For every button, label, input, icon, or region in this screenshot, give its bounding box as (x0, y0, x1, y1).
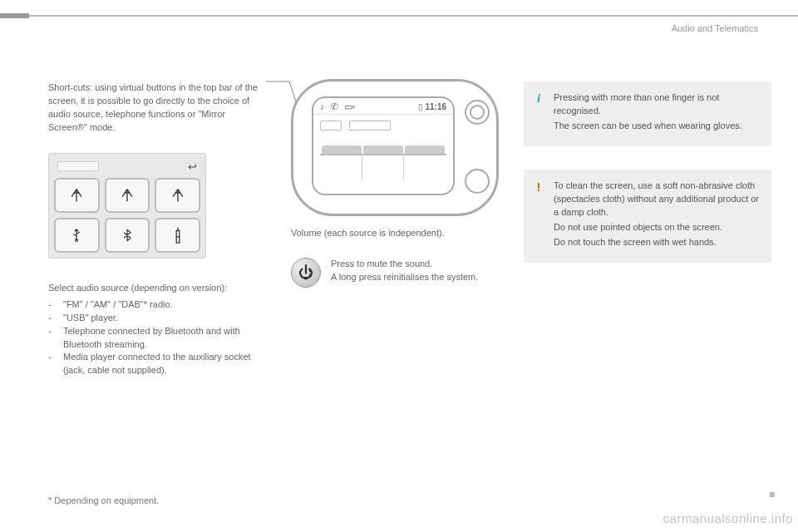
info-icon: i (532, 90, 545, 108)
screen-tab[interactable] (405, 145, 445, 154)
screen-status-bar: ♪ ✆ ▭▫ ▯ 11:16 (313, 98, 453, 115)
source-usb-button[interactable] (54, 218, 100, 253)
mute-row: ⏻ Press to mute the sound. A long press … (291, 258, 507, 288)
mute-line-2: A long press reinitialises the system. (331, 271, 478, 284)
volume-knob[interactable] (465, 100, 490, 125)
list-item: -Media player connected to the auxiliary… (48, 351, 264, 377)
power-button[interactable]: ⏻ (291, 258, 321, 288)
phone-icon[interactable]: ✆ (331, 101, 338, 112)
antenna-icon (68, 186, 85, 204)
warning-icon: ! (532, 178, 545, 196)
screen-cell[interactable] (320, 155, 362, 180)
source-am-button[interactable] (105, 178, 150, 213)
footnote: * Depending on equipment. (48, 495, 159, 505)
panel-tab (57, 161, 99, 171)
list-item-text: Media player connected to the auxiliary … (63, 351, 264, 377)
left-column: Short-cuts: using virtual buttons in the… (48, 81, 264, 377)
clock-readout: 11:16 (425, 102, 446, 111)
battery-icon: ▯ (418, 102, 423, 111)
warn-text-1: To clean the screen, use a soft non-abra… (554, 180, 760, 219)
watermark: carmanualsonline.info (663, 511, 793, 525)
list-item: -"FM" / "AM" / "DAB"* radio. (48, 298, 264, 312)
info-callout: i Pressing with more than one finger is … (524, 81, 771, 146)
list-item-text: "USB" player. (63, 312, 118, 325)
power-knob-outline[interactable] (465, 169, 490, 194)
antenna-icon (170, 186, 186, 204)
middle-column: ♪ ✆ ▭▫ ▯ 11:16 (291, 79, 507, 288)
page-marker (770, 492, 775, 497)
usb-icon (69, 226, 84, 244)
screen-tab[interactable] (322, 145, 362, 154)
apps-icon[interactable]: ▭▫ (344, 101, 356, 112)
list-item-text: "FM" / "AM" / "DAB"* radio. (63, 298, 173, 312)
list-item: -"USB" player. (48, 312, 264, 325)
source-list-heading: Select audio source (depending on versio… (48, 282, 264, 295)
list-item: -Telephone connected by Bluetooth and wi… (48, 325, 264, 352)
source-fm-button[interactable] (54, 178, 100, 213)
mute-line-1: Press to mute the sound. (331, 258, 478, 271)
device-screen[interactable]: ♪ ✆ ▭▫ ▯ 11:16 (312, 96, 455, 195)
back-icon[interactable]: ↩ (188, 160, 197, 173)
screen-body (313, 115, 453, 185)
screen-cell[interactable] (362, 155, 405, 180)
info-text-1: Pressing with more than one finger is no… (554, 91, 760, 118)
shortcuts-paragraph: Short-cuts: using virtual buttons in the… (48, 81, 264, 135)
source-bluetooth-button[interactable] (105, 218, 150, 253)
music-icon[interactable]: ♪ (320, 101, 325, 112)
warning-callout: ! To clean the screen, use a soft non-ab… (524, 170, 771, 263)
screen-tab[interactable] (363, 145, 403, 154)
list-item-text: Telephone connected by Bluetooth and wit… (63, 325, 264, 352)
field-large (349, 121, 391, 131)
jack-icon (173, 226, 183, 244)
page-top-rule (0, 15, 798, 17)
section-title: Audio and Telematics (672, 23, 758, 33)
power-icon: ⏻ (298, 264, 313, 282)
right-column: i Pressing with more than one finger is … (524, 81, 771, 286)
warn-text-2: Do not use pointed objects on the screen… (554, 221, 760, 234)
warn-text-3: Do not touch the screen with wet hands. (554, 236, 760, 249)
volume-caption: Volume (each source is independent). (291, 228, 507, 238)
bluetooth-icon (121, 226, 134, 244)
screen-cell[interactable] (404, 155, 446, 180)
field-small (320, 121, 342, 131)
antenna-icon (119, 186, 135, 204)
head-unit-illustration: ♪ ✆ ▭▫ ▯ 11:16 (291, 79, 499, 216)
source-dab-button[interactable] (155, 178, 200, 213)
info-text-2: The screen can be used when wearing glov… (554, 120, 760, 133)
audio-source-panel: ↩ (48, 153, 206, 259)
source-jack-button[interactable] (155, 218, 200, 253)
source-list: -"FM" / "AM" / "DAB"* radio. -"USB" play… (48, 298, 264, 378)
